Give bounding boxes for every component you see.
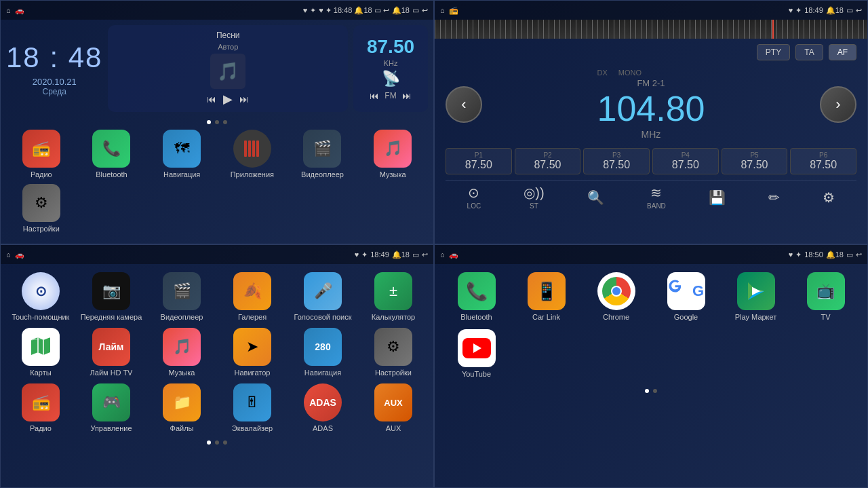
q3-dot-2 <box>215 440 219 445</box>
ta-button[interactable]: TA <box>795 44 823 60</box>
next-track-button[interactable]: ⏭ <box>239 94 249 105</box>
mono-label: MONO <box>618 69 642 77</box>
app-music[interactable]: 🎵 Музыка <box>360 130 425 179</box>
app-navigation-q3[interactable]: 280 Навигация <box>291 328 355 377</box>
preset-p5[interactable]: P5 87.50 <box>722 148 788 174</box>
app-label-radio-q3: Радио <box>30 424 52 432</box>
app-videoplayer[interactable]: 🎬 Видеоплеер <box>290 130 355 179</box>
app-aux[interactable]: AUX AUX <box>361 383 425 432</box>
preset-label-3: P3 <box>588 151 645 159</box>
quadrant-apps-drawer: ⌂ 🚗 ♥ ✦ 18:49 🔔18 ▭ ↩ ⊙ Touch-помощник 📷 <box>0 244 434 488</box>
preset-p1[interactable]: P1 87.50 <box>446 148 512 174</box>
back-icon-q4[interactable]: ↩ <box>856 250 862 259</box>
radio-tuner-ruler <box>435 20 867 39</box>
app-icon-music: 🎵 <box>374 130 412 168</box>
app-tv[interactable]: 📺 TV <box>795 272 856 321</box>
radio-next-button[interactable]: › <box>820 86 856 123</box>
preset-val-5: 87.50 <box>726 159 783 171</box>
app-calculator[interactable]: ± Калькулятор <box>361 272 425 321</box>
app-icon-radio: 📻 <box>22 130 60 168</box>
back-icon-q2[interactable]: ↩ <box>856 6 862 15</box>
app-settings-q3[interactable]: ⚙ Настройки <box>361 328 425 377</box>
app-applications[interactable]: Приложения <box>220 130 285 179</box>
back-icon-q3[interactable]: ↩ <box>422 250 428 259</box>
app-navigation[interactable]: 🗺 Навигация <box>149 130 214 179</box>
app-adas[interactable]: ADAS ADAS <box>291 383 355 432</box>
app-gallery[interactable]: 🍂 Галерея <box>220 272 284 321</box>
app-youtube[interactable]: YouTube <box>446 329 507 378</box>
fm-prev-button[interactable]: ⏮ <box>370 90 379 101</box>
app-icon-bluetooth-q4: 📞 <box>458 272 496 310</box>
app-label-music: Музыка <box>380 170 406 179</box>
af-button[interactable]: AF <box>829 44 856 60</box>
app-maps[interactable]: Карты <box>9 328 73 377</box>
app-video[interactable]: 🎬 Видеоплеер <box>150 272 214 321</box>
edit-button[interactable]: ✏ <box>768 189 780 206</box>
preset-p3[interactable]: P3 87.50 <box>583 148 650 174</box>
loc-button[interactable]: ⊙ LOC <box>467 185 481 210</box>
status-right-q2: ♥ ✦ 18:49 🔔18 ▭ ↩ <box>789 6 862 15</box>
preset-p4[interactable]: P4 87.50 <box>652 148 719 174</box>
preset-p6[interactable]: P6 87.50 <box>790 148 856 174</box>
app-icon-settings: ⚙ <box>22 184 60 222</box>
quadrant-home: ⌂ 🚗 ♥ ✦ ♥ ✦ 18:48 🔔18 ▭ ↩ 🔔18 ▭ ↩ 18 : 4… <box>0 0 434 244</box>
dot-2 <box>215 120 219 124</box>
app-bluetooth[interactable]: 📞 Bluetooth <box>79 130 144 179</box>
app-label-settings-q3: Настройки <box>375 369 412 377</box>
car-icon-q4: 🚗 <box>449 250 458 259</box>
app-icon-radio-q3: 📻 <box>22 383 60 421</box>
fm-next-button[interactable]: ⏭ <box>402 90 412 101</box>
app-icon-settings-q3: ⚙ <box>374 328 412 366</box>
page-dots-q1 <box>6 120 428 124</box>
radio-prev-button[interactable]: ‹ <box>446 86 482 123</box>
app-navigator[interactable]: ➤ Навигатор <box>220 328 284 377</box>
app-label-playmarket: Play Маркет <box>735 313 777 321</box>
app-icon-navigation-q3: 280 <box>304 328 342 366</box>
app-label-camera: Передняя камера <box>81 313 142 321</box>
app-google[interactable]: G Google <box>655 272 717 321</box>
app-icon-calc: ± <box>374 272 412 310</box>
back-icon[interactable]: ↩ <box>422 6 428 15</box>
play-button[interactable]: ▶ <box>223 92 233 107</box>
app-touch-helper[interactable]: ⊙ Touch-помощник <box>9 272 73 321</box>
battery-icon-q4: ▭ <box>846 250 853 259</box>
app-voice-search[interactable]: 🎤 Голосовой поиск <box>291 272 355 321</box>
app-icon-videoplayer: 🎬 <box>303 130 341 168</box>
app-chrome[interactable]: Chrome <box>585 272 647 321</box>
save-button[interactable]: 💾 <box>709 189 726 206</box>
app-carlink[interactable]: 📱 Car Link <box>515 272 577 321</box>
apps-drawer-grid: ⊙ Touch-помощник 📷 Передняя камера 🎬 Вид… <box>6 269 428 435</box>
home-icon: ⌂ <box>6 6 11 14</box>
ruler-ticks <box>435 20 867 39</box>
app-equalizer[interactable]: 🎚 Эквалайзер <box>220 383 284 432</box>
loc-icon: ⊙ <box>468 185 479 201</box>
status-bar-q4: ⌂ 🚗 ♥ ✦ 18:50 🔔18 ▭ ↩ <box>435 245 867 264</box>
prev-track-button[interactable]: ⏮ <box>207 94 216 105</box>
app-label-files: Файлы <box>170 424 194 432</box>
home-icon-q4: ⌂ <box>440 250 445 259</box>
app-icon-eq: 🎚 <box>233 383 271 421</box>
pty-button[interactable]: PTY <box>757 44 790 60</box>
vol-icon-q3: 🔔18 <box>392 250 410 259</box>
app-radio-q3[interactable]: 📻 Радио <box>9 383 73 432</box>
app-front-camera[interactable]: 📷 Передняя камера <box>79 272 143 321</box>
app-music-q3[interactable]: 🎵 Музыка <box>150 328 214 377</box>
st-button[interactable]: ◎)) ST <box>524 185 544 210</box>
search-button[interactable]: 🔍 <box>587 189 604 206</box>
app-laym-tv[interactable]: Лайм Лайм HD TV <box>79 328 143 377</box>
clock-q3: 18:49 <box>370 250 389 259</box>
app-settings[interactable]: ⚙ Настройки <box>9 184 74 233</box>
app-playmarket[interactable]: ▶ Play Маркет <box>725 272 787 321</box>
home-icon-q3: ⌂ <box>6 250 11 259</box>
band-button[interactable]: ≋ BAND <box>647 185 666 210</box>
preset-label-5: P5 <box>726 151 783 159</box>
dx-label: DX <box>597 69 607 77</box>
app-radio[interactable]: 📻 Радио <box>9 130 74 179</box>
preset-p2[interactable]: P2 87.50 <box>515 148 581 174</box>
app-bluetooth-q4[interactable]: 📞 Bluetooth <box>446 272 507 321</box>
app-label-navigation-q3: Навигация <box>304 369 341 377</box>
app-control[interactable]: 🎮 Управление <box>79 383 143 432</box>
app-files[interactable]: 📁 Файлы <box>150 383 214 432</box>
settings-radio-button[interactable]: ⚙ <box>823 189 835 206</box>
app-label-aux: AUX <box>386 424 401 432</box>
